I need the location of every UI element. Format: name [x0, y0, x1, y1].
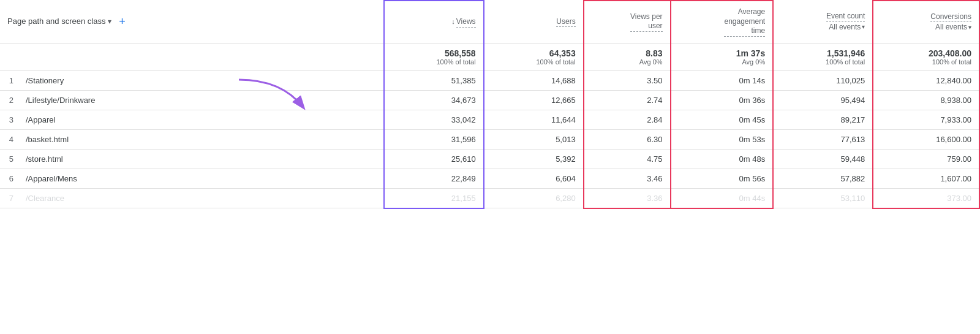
row-event-count: 77,613: [773, 129, 873, 149]
dimension-chip[interactable]: Page path and screen class ▾: [7, 16, 111, 27]
row-dimension[interactable]: /basket.html: [18, 129, 384, 149]
row-views: 34,673: [384, 90, 484, 110]
avg-engagement-header-label: Averageengagementtime: [724, 7, 765, 37]
row-conversions: 7,933.00: [873, 110, 979, 129]
row-users: 5,013: [484, 129, 584, 149]
table-row: 6 /Apparel/Mens 22,849 6,604 3.46 0m 56s…: [0, 169, 979, 188]
row-views-per-user: 4.75: [584, 149, 671, 169]
row-views: 25,610: [384, 149, 484, 169]
row-views: 22,849: [384, 169, 484, 188]
row-users: 12,665: [484, 90, 584, 110]
row-views: 51,385: [384, 70, 484, 90]
row-users: 11,644: [484, 110, 584, 129]
table-row: 3 /Apparel 33,042 11,644 2.84 0m 45s 89,…: [0, 110, 979, 129]
row-index: 3: [0, 110, 18, 129]
row-conversions: 1,607.00: [873, 169, 979, 188]
row-users: 14,688: [484, 70, 584, 90]
row-avg-engagement: 0m 53s: [671, 129, 774, 149]
analytics-table: Page path and screen class ▾ + ↓Views Us…: [0, 0, 980, 209]
dimension-chip-arrow[interactable]: ▾: [108, 17, 111, 27]
total-index: [0, 43, 18, 70]
dimension-chip-label: Page path and screen class: [7, 16, 105, 27]
row-conversions: 759.00: [873, 149, 979, 169]
users-header-label: Users: [556, 17, 575, 28]
row-views: 31,596: [384, 129, 484, 149]
row-views-per-user: 2.84: [584, 110, 671, 129]
row-index: 4: [0, 129, 18, 149]
row-dimension[interactable]: /store.html: [18, 149, 384, 169]
views-column-header[interactable]: ↓Views: [384, 1, 484, 43]
row-event-count: 59,448: [773, 149, 873, 169]
row-event-count: 53,110: [773, 188, 873, 208]
row-avg-engagement: 0m 48s: [671, 149, 774, 169]
row-dimension[interactable]: /Stationery: [18, 70, 384, 90]
total-users: 64,353 100% of total: [484, 43, 584, 70]
row-users: 6,280: [484, 188, 584, 208]
row-avg-engagement: 0m 45s: [671, 110, 774, 129]
row-event-count: 89,217: [773, 110, 873, 129]
dimension-column-header: Page path and screen class ▾ +: [0, 1, 384, 43]
total-event-count: 1,531,946 100% of total: [773, 43, 873, 70]
row-users: 6,604: [484, 169, 584, 188]
table-row: 7 /Clearance 21,155 6,280 3.36 0m 44s 53…: [0, 188, 979, 208]
total-avg-engagement: 1m 37s Avg 0%: [671, 43, 774, 70]
table-row: 2 /Lifestyle/Drinkware 34,673 12,665 2.7…: [0, 90, 979, 110]
table-row: 5 /store.html 25,610 5,392 4.75 0m 48s 5…: [0, 149, 979, 169]
row-views-per-user: 3.36: [584, 188, 671, 208]
avg-engagement-column-header[interactable]: Averageengagementtime: [671, 1, 774, 43]
row-avg-engagement: 0m 56s: [671, 169, 774, 188]
row-views: 21,155: [384, 188, 484, 208]
conversions-dropdown[interactable]: All events ▾: [935, 22, 971, 32]
total-dimension: [18, 43, 384, 70]
row-index: 1: [0, 70, 18, 90]
row-dimension[interactable]: /Apparel/Mens: [18, 169, 384, 188]
analytics-table-wrapper: Page path and screen class ▾ + ↓Views Us…: [0, 0, 980, 334]
row-views-per-user: 3.50: [584, 70, 671, 90]
event-count-header-label: Event count: [781, 11, 865, 22]
row-dimension[interactable]: /Lifestyle/Drinkware: [18, 90, 384, 110]
row-event-count: 57,882: [773, 169, 873, 188]
row-views-per-user: 2.74: [584, 90, 671, 110]
sort-arrow-icon: ↓: [451, 18, 455, 25]
row-index: 5: [0, 149, 18, 169]
event-count-column-header[interactable]: Event count All events ▾: [773, 1, 873, 43]
row-avg-engagement: 0m 36s: [671, 90, 774, 110]
row-index: 6: [0, 169, 18, 188]
views-per-user-header-label: Views peruser: [630, 12, 662, 32]
row-conversions: 16,600.00: [873, 129, 979, 149]
views-header-label: Views: [456, 17, 476, 28]
conversions-column-header[interactable]: Conversions All events ▾: [873, 1, 979, 43]
total-conversions: 203,408.00 100% of total: [873, 43, 979, 70]
add-dimension-button[interactable]: +: [115, 15, 129, 28]
total-views-per-user: 8.83 Avg 0%: [584, 43, 671, 70]
table-row: 4 /basket.html 31,596 5,013 6.30 0m 53s …: [0, 129, 979, 149]
totals-row: 568,558 100% of total 64,353 100% of tot…: [0, 43, 979, 70]
row-event-count: 110,025: [773, 70, 873, 90]
row-conversions: 8,938.00: [873, 90, 979, 110]
row-dimension[interactable]: /Apparel: [18, 110, 384, 129]
row-views-per-user: 6.30: [584, 129, 671, 149]
row-users: 5,392: [484, 149, 584, 169]
row-conversions: 373.00: [873, 188, 979, 208]
views-per-user-column-header[interactable]: Views peruser: [584, 1, 671, 43]
event-count-dropdown[interactable]: All events ▾: [829, 22, 865, 32]
row-views: 33,042: [384, 110, 484, 129]
row-avg-engagement: 0m 14s: [671, 70, 774, 90]
row-avg-engagement: 0m 44s: [671, 188, 774, 208]
table-row: 1 /Stationery 51,385 14,688 3.50 0m 14s …: [0, 70, 979, 90]
row-index: 7: [0, 188, 18, 208]
row-event-count: 95,494: [773, 90, 873, 110]
row-conversions: 12,840.00: [873, 70, 979, 90]
row-index: 2: [0, 90, 18, 110]
total-views: 568,558 100% of total: [384, 43, 484, 70]
users-column-header[interactable]: Users: [484, 1, 584, 43]
row-views-per-user: 3.46: [584, 169, 671, 188]
conversions-header-label: Conversions: [881, 12, 971, 23]
row-dimension[interactable]: /Clearance: [18, 188, 384, 208]
